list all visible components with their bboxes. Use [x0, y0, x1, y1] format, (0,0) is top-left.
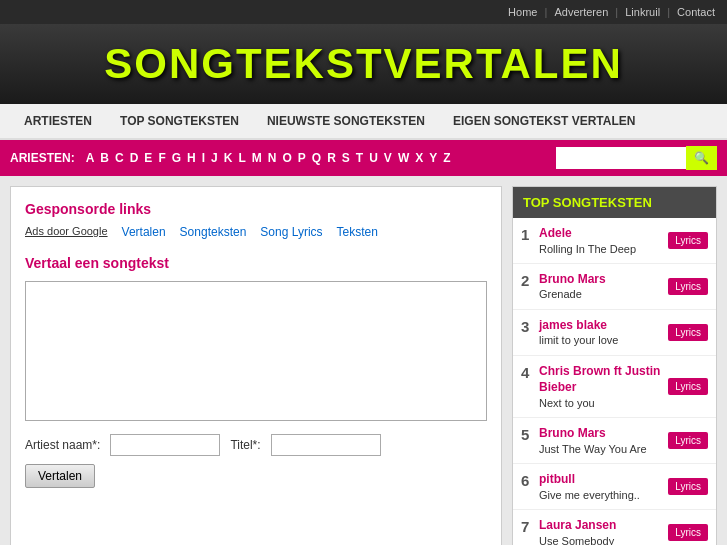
contact-link[interactable]: Contact: [677, 6, 715, 18]
lyrics-btn-6[interactable]: Lyrics: [668, 478, 708, 495]
alpha-A[interactable]: A: [86, 151, 95, 165]
alpha-I[interactable]: I: [202, 151, 205, 165]
alpha-C[interactable]: C: [115, 151, 124, 165]
nav-top-songteksten[interactable]: TOP SONGTEKSTEN: [106, 104, 253, 138]
song-title-7: Use Somebody: [539, 534, 664, 545]
lyrics-btn-2[interactable]: Lyrics: [668, 278, 708, 295]
alpha-G[interactable]: G: [172, 151, 181, 165]
song-item-2: 2 Bruno Mars Grenade Lyrics: [513, 264, 716, 310]
alpha-W[interactable]: W: [398, 151, 409, 165]
sponsored-title: Gesponsorde links: [25, 201, 487, 217]
song-item-4: 4 Chris Brown ft Justin Bieber Next to y…: [513, 356, 716, 418]
song-number-4: 4: [521, 364, 539, 381]
song-artist-1[interactable]: Adele: [539, 226, 572, 240]
right-panel: TOP SONGTEKSTEN 1 Adele Rolling In The D…: [512, 186, 717, 545]
alpha-D[interactable]: D: [130, 151, 139, 165]
song-number-5: 5: [521, 426, 539, 443]
song-item-3: 3 james blake limit to your love Lyrics: [513, 310, 716, 356]
alpha-U[interactable]: U: [369, 151, 378, 165]
song-number-3: 3: [521, 318, 539, 335]
alpha-T[interactable]: T: [356, 151, 363, 165]
ads-links: Ads door Google Vertalen Songteksten Son…: [25, 225, 487, 239]
alpha-P[interactable]: P: [298, 151, 306, 165]
alpha-K[interactable]: K: [224, 151, 233, 165]
song-info-2: Bruno Mars Grenade: [539, 271, 664, 302]
song-title-4: Next to you: [539, 396, 664, 410]
alpha-search-button[interactable]: 🔍: [686, 146, 717, 170]
ad-link-song-lyrics[interactable]: Song Lyrics: [260, 225, 322, 239]
alpha-X[interactable]: X: [415, 151, 423, 165]
alpha-search-input[interactable]: [556, 147, 686, 169]
ad-link-vertalen[interactable]: Vertalen: [122, 225, 166, 239]
song-info-5: Bruno Mars Just The Way You Are: [539, 425, 664, 456]
alpha-M[interactable]: M: [252, 151, 262, 165]
song-number-1: 1: [521, 226, 539, 243]
alpha-Z[interactable]: Z: [443, 151, 450, 165]
song-info-3: james blake limit to your love: [539, 317, 664, 348]
lyrics-btn-5[interactable]: Lyrics: [668, 432, 708, 449]
main-content: Gesponsorde links Ads door Google Vertal…: [0, 176, 727, 545]
song-item-7: 7 Laura Jansen Use Somebody Lyrics: [513, 510, 716, 545]
song-number-6: 6: [521, 472, 539, 489]
alpha-Y[interactable]: Y: [429, 151, 437, 165]
song-artist-4[interactable]: Chris Brown ft Justin Bieber: [539, 364, 660, 395]
song-artist-3[interactable]: james blake: [539, 318, 607, 332]
song-title-3: limit to your love: [539, 333, 664, 347]
song-artist-5[interactable]: Bruno Mars: [539, 426, 606, 440]
site-header: songtekstvertalen: [0, 24, 727, 104]
alpha-V[interactable]: V: [384, 151, 392, 165]
alpha-Q[interactable]: Q: [312, 151, 321, 165]
song-title-5: Just The Way You Are: [539, 442, 664, 456]
artist-input[interactable]: [110, 434, 220, 456]
alphabet-bar: ARIESTEN: A B C D E F G H I J K L M N O …: [0, 140, 727, 176]
translate-title: Vertaal een songtekst: [25, 255, 487, 271]
alpha-E[interactable]: E: [144, 151, 152, 165]
alpha-F[interactable]: F: [158, 151, 165, 165]
song-item-6: 6 pitbull Give me everything.. Lyrics: [513, 464, 716, 510]
alpha-L[interactable]: L: [238, 151, 245, 165]
song-info-7: Laura Jansen Use Somebody: [539, 517, 664, 545]
alpha-S[interactable]: S: [342, 151, 350, 165]
ad-link-songteksten[interactable]: Songteksten: [180, 225, 247, 239]
home-link[interactable]: Home: [508, 6, 537, 18]
title-input[interactable]: [271, 434, 381, 456]
nav-eigen-songtekst[interactable]: EIGEN SONGTEKST VERTALEN: [439, 104, 649, 138]
alpha-H[interactable]: H: [187, 151, 196, 165]
form-row: Artiest naam*: Titel*:: [25, 434, 487, 456]
lyrics-btn-3[interactable]: Lyrics: [668, 324, 708, 341]
song-item-1: 1 Adele Rolling In The Deep Lyrics: [513, 218, 716, 264]
alpha-N[interactable]: N: [268, 151, 277, 165]
ad-link-teksten[interactable]: Teksten: [337, 225, 378, 239]
alpha-search-form: 🔍: [556, 146, 717, 170]
song-title-2: Grenade: [539, 287, 664, 301]
song-number-7: 7: [521, 518, 539, 535]
lyrics-btn-7[interactable]: Lyrics: [668, 524, 708, 541]
top-navigation: Home | Adverteren | Linkruil | Contact: [0, 0, 727, 24]
linkruil-link[interactable]: Linkruil: [625, 6, 660, 18]
alpha-J[interactable]: J: [211, 151, 218, 165]
translate-textarea[interactable]: [25, 281, 487, 421]
song-number-2: 2: [521, 272, 539, 289]
lyrics-btn-4[interactable]: Lyrics: [668, 378, 708, 395]
alpha-R[interactable]: R: [327, 151, 336, 165]
top-songs-header: TOP SONGTEKSTEN: [513, 187, 716, 218]
adverteren-link[interactable]: Adverteren: [554, 6, 608, 18]
left-panel: Gesponsorde links Ads door Google Vertal…: [10, 186, 502, 545]
alpha-O[interactable]: O: [282, 151, 291, 165]
title-label: Titel*:: [230, 438, 260, 452]
lyrics-btn-1[interactable]: Lyrics: [668, 232, 708, 249]
ads-google-label: Ads door Google: [25, 225, 108, 239]
main-navigation: ARTIESTEN TOP SONGTEKSTEN NIEUWSTE SONGT…: [0, 104, 727, 140]
song-artist-6[interactable]: pitbull: [539, 472, 575, 486]
nav-nieuwste-songteksten[interactable]: NIEUWSTE SONGTEKSTEN: [253, 104, 439, 138]
song-artist-2[interactable]: Bruno Mars: [539, 272, 606, 286]
nav-artiesten[interactable]: ARTIESTEN: [10, 104, 106, 138]
alpha-B[interactable]: B: [100, 151, 109, 165]
song-info-1: Adele Rolling In The Deep: [539, 225, 664, 256]
song-info-4: Chris Brown ft Justin Bieber Next to you: [539, 363, 664, 410]
translate-button[interactable]: Vertalen: [25, 464, 95, 488]
song-artist-7[interactable]: Laura Jansen: [539, 518, 616, 532]
alphabet-bar-label: ARIESTEN:: [10, 151, 75, 165]
song-title-6: Give me everything..: [539, 488, 664, 502]
song-info-6: pitbull Give me everything..: [539, 471, 664, 502]
